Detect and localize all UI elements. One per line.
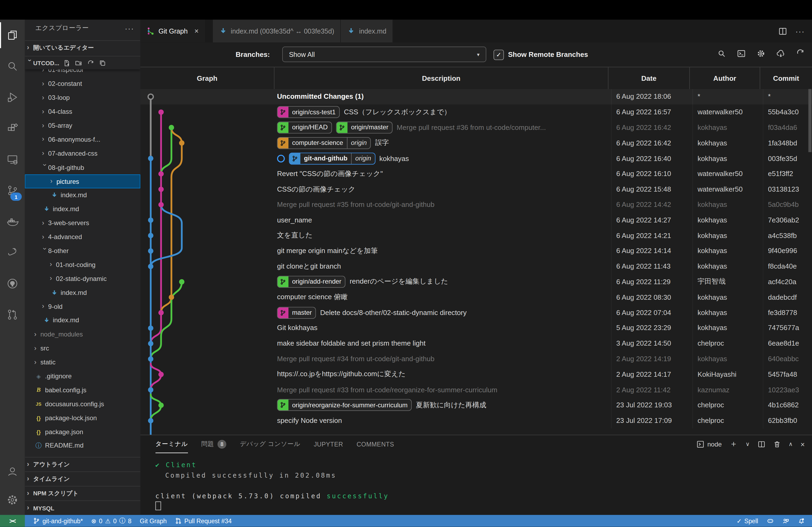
tree-item-src[interactable]: ›src [25, 341, 141, 355]
activity-item-remote-explorer[interactable] [0, 144, 25, 175]
tree-item-index.md[interactable]: index.md [25, 314, 141, 328]
editor-more-icon[interactable]: ··· [795, 27, 805, 35]
tree-item-02-static-dynamic[interactable]: ›02-static-dynamic [25, 272, 141, 286]
panel-tab-デバッグ コンソール[interactable]: デバッグ コンソール [240, 435, 300, 453]
tree-item-3-web-servers[interactable]: ›3-web-servers [25, 216, 141, 230]
tab-Git Graph[interactable]: Git Graph× [141, 19, 205, 42]
branch-chip-computer-science[interactable]: computer-scienceorigin [277, 137, 371, 149]
activity-item-pull-requests[interactable] [0, 299, 25, 330]
commit-row[interactable]: CSSの節の画像チェック6 Aug 2022 15:48waterwalker5… [141, 182, 812, 197]
tree-item-05-array[interactable]: ›05-array [25, 119, 141, 133]
commit-row[interactable]: specify Node version23 Jul 2022 17:09che… [141, 413, 812, 428]
terminal-shell-selector[interactable]: node [697, 440, 722, 448]
gitgraph-terminal-icon[interactable] [737, 49, 746, 60]
tree-item-index.md[interactable]: index.md [25, 202, 141, 216]
tab-index.md (003fe35d^ ↔ 003fe35d)[interactable]: index.md (003fe35d^ ↔ 003fe35d) [213, 19, 341, 42]
commit-row[interactable]: masterDelete docs/8-other/02-static-dyna… [141, 305, 812, 320]
workspace-section-header[interactable]: › UTCOD... [25, 56, 141, 69]
problems-indicator[interactable]: ⊗ 0 ⚠ 0 ⓘ 8 [91, 516, 132, 525]
commit-row[interactable]: 文を直した6 Aug 2022 14:21kokhayasa4c538fb [141, 228, 812, 243]
open-editors-section[interactable]: › 開いているエディター [25, 40, 141, 54]
terminal-output[interactable]: ✔ ClientCompiled successfully in 202.08m… [156, 460, 807, 515]
table-scrollbar[interactable] [808, 89, 811, 152]
tree-item-06-anonymous-f...[interactable]: ›06-anonymous-f... [25, 133, 141, 147]
branch-chip-master[interactable]: master [277, 307, 316, 318]
split-editor-icon[interactable] [779, 27, 787, 35]
sidebar-section-MYSQL[interactable]: ›MYSQL [25, 500, 141, 515]
tree-item-package.json[interactable]: {}package.json [25, 425, 141, 439]
split-terminal-icon[interactable] [757, 440, 765, 448]
commit-row[interactable]: Revert "CSSの節の画像チェック"6 Aug 2022 16:10wat… [141, 166, 812, 181]
tree-item-index.md[interactable]: index.md [25, 189, 141, 202]
branch-chip-origin/reorganize-for-summer-curriculum[interactable]: origin/reorganize-for-summer-curriculum [277, 399, 412, 411]
branch-chip-git-and-github[interactable]: git-and-githuborigin [289, 152, 375, 164]
panel-tab-COMMENTS[interactable]: COMMENTS [357, 435, 394, 453]
tree-item-index.md[interactable]: index.md [25, 286, 141, 300]
column-date[interactable]: Date [608, 67, 690, 90]
new-terminal-icon[interactable]: ＋ [729, 439, 738, 450]
new-folder-icon[interactable] [75, 59, 83, 66]
gitgraph-refresh-icon[interactable] [796, 49, 805, 60]
kill-terminal-icon[interactable] [773, 440, 781, 448]
tree-item-README.md[interactable]: ⓘREADME.md [25, 439, 141, 453]
commit-row[interactable]: git-and-githuboriginkokhayas6 Aug 2022 1… [141, 151, 812, 166]
commit-row[interactable]: https://.co.jpをhttps://github.comに変えた2 A… [141, 366, 812, 382]
gitgraph-settings-icon[interactable] [757, 49, 766, 60]
column-commit[interactable]: Commit [760, 67, 812, 90]
tree-item-.gitignore[interactable]: ◈.gitignore [25, 369, 141, 383]
commit-row[interactable]: computer science 俯瞰6 Aug 2022 08:30kokha… [141, 289, 812, 305]
tree-item-docusaurus.config.js[interactable]: JSdocusaurus.config.js [25, 397, 141, 411]
show-remote-branches-checkbox[interactable]: ✓ [494, 50, 504, 60]
remote-indicator[interactable]: >< [0, 515, 25, 527]
collapse-folders-icon[interactable] [99, 59, 106, 66]
tree-item-4-advanced[interactable]: ›4-advanced [25, 230, 141, 244]
activity-item-search[interactable] [0, 51, 25, 82]
column-graph[interactable]: Graph [141, 67, 274, 90]
activity-item-run-debug[interactable] [0, 82, 25, 113]
tree-item-08-git-github[interactable]: ›08-git-github [25, 161, 141, 175]
terminal-dropdown-icon[interactable]: ∨ [746, 441, 750, 448]
tree-item-9-old[interactable]: ›9-old [25, 300, 141, 314]
tree-item-8-other[interactable]: ›8-other [25, 244, 141, 258]
branch-chip-origin/css-test1[interactable]: origin/css-test1 [277, 106, 340, 118]
tree-item-02-constant[interactable]: ›02-constant [25, 77, 141, 91]
sidebar-section-アウトライン[interactable]: ›アウトライン [25, 457, 141, 471]
tree-item-static[interactable]: ›static [25, 355, 141, 369]
activity-item-source-control[interactable]: 1 [0, 175, 25, 206]
feedback-icon[interactable] [782, 517, 789, 524]
commit-row[interactable]: origin/add-renderrenderのページを編集しました6 Aug … [141, 274, 812, 289]
column-author[interactable]: Author [690, 67, 760, 90]
activity-item-github[interactable] [0, 268, 25, 299]
branch-chip-origin/HEAD[interactable]: origin/HEAD [277, 122, 332, 133]
copilot-status-icon[interactable] [767, 517, 773, 524]
close-icon[interactable]: × [194, 27, 199, 35]
commit-row[interactable]: Merge pull request #35 from ut-code/git-… [141, 197, 812, 212]
pull-request-status-item[interactable]: Pull Request #34 [175, 517, 232, 525]
gitgraph-search-icon[interactable] [717, 49, 726, 60]
branch-chip-origin/master[interactable]: origin/master [336, 122, 393, 133]
commit-row[interactable]: user_name6 Aug 2022 14:27kokhayas7e306ab… [141, 212, 812, 228]
spell-checker-status[interactable]: ✓ Spell [737, 517, 758, 525]
gitgraph-status-item[interactable]: Git Graph [140, 517, 167, 525]
sidebar-section-NPM スクリプト[interactable]: ›NPM スクリプト [25, 486, 141, 500]
activity-item-account[interactable] [0, 457, 25, 485]
commit-row[interactable]: Merge pull request #34 from ut-code/git-… [141, 351, 812, 366]
branch-indicator[interactable]: git-and-github* [33, 517, 83, 525]
commit-row[interactable]: Merge pull request #33 from ut-code/reor… [141, 382, 812, 397]
commit-row[interactable]: origin/reorganize-for-summer-curriculum夏… [141, 397, 812, 413]
tree-item-04-class[interactable]: ›04-class [25, 105, 141, 119]
activity-item-explorer[interactable] [0, 19, 25, 51]
activity-item-docker[interactable] [0, 206, 25, 237]
close-panel-icon[interactable]: × [800, 440, 805, 448]
tree-item-node_modules[interactable]: ›node_modules [25, 328, 141, 342]
commit-row[interactable]: origin/HEADorigin/masterMerge pull reque… [141, 120, 812, 135]
column-description[interactable]: Description [274, 67, 608, 90]
commit-row[interactable]: make sidebar foldable and set prism them… [141, 336, 812, 351]
refresh-explorer-icon[interactable] [87, 59, 95, 66]
branches-dropdown[interactable]: Show All ▾ [282, 47, 486, 62]
maximize-panel-icon[interactable]: ∧ [789, 441, 793, 448]
activity-item-tool-hook[interactable] [0, 237, 25, 268]
tree-item-01-not-coding[interactable]: ›01-not-coding [25, 258, 141, 272]
branch-chip-origin/add-render[interactable]: origin/add-render [277, 276, 346, 288]
tree-item-pictures[interactable]: ›pictures [25, 175, 141, 189]
